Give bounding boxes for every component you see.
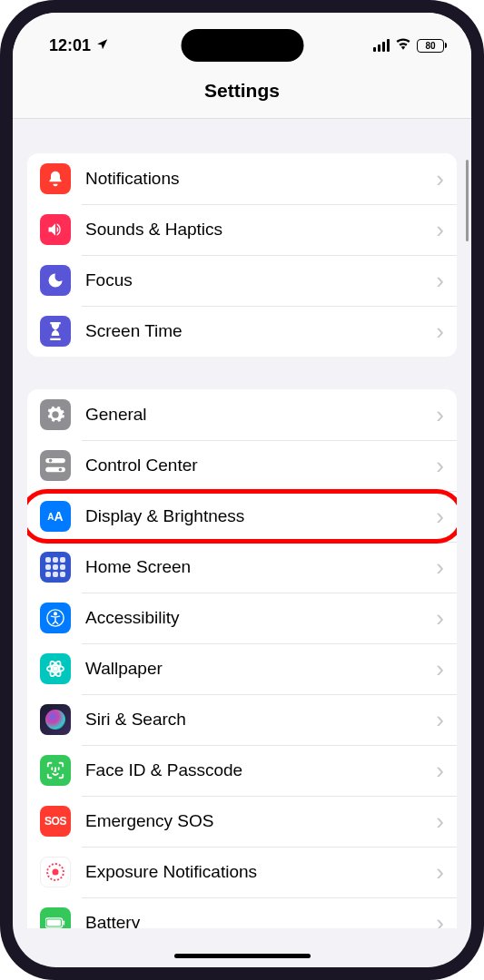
settings-row-general[interactable]: General › [27, 389, 457, 440]
display-icon: AA [40, 501, 71, 532]
svg-point-3 [59, 468, 63, 472]
settings-row-control-center[interactable]: Control Center › [27, 440, 457, 491]
location-icon [96, 38, 109, 54]
scroll-indicator[interactable] [466, 160, 469, 241]
row-label: Home Screen [85, 557, 436, 577]
row-label: Face ID & Passcode [85, 760, 436, 780]
settings-row-notifications[interactable]: Notifications › [27, 153, 457, 204]
svg-rect-2 [45, 467, 65, 472]
status-time: 12:01 [49, 36, 91, 55]
settings-row-screentime[interactable]: Screen Time › [27, 306, 457, 357]
control-center-icon [40, 450, 71, 481]
svg-point-5 [54, 612, 57, 615]
svg-rect-12 [47, 920, 61, 926]
row-label: Notifications [85, 169, 436, 189]
accessibility-icon [40, 603, 71, 633]
faceid-icon [40, 755, 71, 786]
settings-row-siri[interactable]: Siri & Search › [27, 694, 457, 745]
chevron-right-icon: › [436, 269, 444, 292]
chevron-right-icon: › [436, 555, 444, 579]
row-label: Display & Brightness [85, 506, 436, 526]
battery-level: 80 [425, 41, 435, 51]
svg-point-6 [53, 666, 58, 671]
siri-icon [40, 704, 71, 735]
sounds-icon [40, 214, 71, 245]
settings-row-battery[interactable]: Battery › [27, 897, 457, 928]
row-label: Screen Time [85, 321, 436, 341]
exposure-icon [40, 857, 71, 887]
battery-settings-icon [40, 907, 71, 928]
chevron-right-icon: › [436, 708, 444, 731]
battery-icon: 80 [417, 39, 444, 53]
header: Settings [13, 67, 471, 119]
settings-row-sos[interactable]: SOS Emergency SOS › [27, 796, 457, 847]
svg-rect-0 [45, 458, 65, 463]
row-label: Sounds & Haptics [85, 220, 436, 240]
row-label: Wallpaper [85, 659, 436, 679]
wallpaper-icon [40, 653, 71, 684]
home-screen-icon [40, 552, 71, 583]
chevron-right-icon: › [436, 860, 444, 884]
svg-point-1 [49, 459, 53, 463]
row-label: Focus [85, 270, 436, 290]
phone-screen: 12:01 80 Settings [13, 13, 471, 967]
settings-content[interactable]: Notifications › Sounds & Haptics › F [13, 119, 471, 928]
page-title: Settings [13, 80, 471, 102]
chevron-right-icon: › [436, 167, 444, 191]
row-label: General [85, 405, 436, 425]
svg-rect-11 [63, 920, 64, 925]
settings-row-faceid[interactable]: Face ID & Passcode › [27, 745, 457, 796]
notifications-icon [40, 163, 71, 194]
settings-row-accessibility[interactable]: Accessibility › [27, 593, 457, 643]
general-icon [40, 399, 71, 430]
settings-section: General › Control Center › AA Display [27, 389, 457, 928]
chevron-right-icon: › [436, 759, 444, 782]
settings-row-focus[interactable]: Focus › [27, 255, 457, 306]
settings-row-sounds[interactable]: Sounds & Haptics › [27, 204, 457, 255]
row-label: Battery [85, 913, 436, 928]
chevron-right-icon: › [436, 403, 444, 426]
settings-row-wallpaper[interactable]: Wallpaper › [27, 643, 457, 694]
chevron-right-icon: › [436, 809, 444, 833]
row-label: Exposure Notifications [85, 862, 436, 882]
chevron-right-icon: › [436, 319, 444, 343]
row-label: Emergency SOS [85, 811, 436, 831]
chevron-right-icon: › [436, 606, 444, 630]
row-label: Siri & Search [85, 710, 436, 730]
phone-frame: 12:01 80 Settings [0, 0, 484, 980]
settings-section: Notifications › Sounds & Haptics › F [27, 153, 457, 357]
chevron-right-icon: › [436, 454, 444, 477]
focus-icon [40, 265, 71, 296]
chevron-right-icon: › [436, 505, 444, 528]
dynamic-island [181, 29, 303, 62]
chevron-right-icon: › [436, 218, 444, 241]
cellular-signal-icon [373, 39, 390, 52]
settings-row-home-screen[interactable]: Home Screen › [27, 542, 457, 593]
sos-icon: SOS [40, 806, 71, 837]
row-label: Control Center [85, 456, 436, 475]
row-label: Accessibility [85, 608, 436, 628]
chevron-right-icon: › [436, 657, 444, 681]
chevron-right-icon: › [436, 911, 444, 928]
home-indicator[interactable] [174, 954, 311, 958]
settings-row-display[interactable]: AA Display & Brightness › [27, 491, 457, 542]
screentime-icon [40, 316, 71, 347]
wifi-icon [395, 37, 411, 54]
settings-row-exposure[interactable]: Exposure Notifications › [27, 847, 457, 897]
